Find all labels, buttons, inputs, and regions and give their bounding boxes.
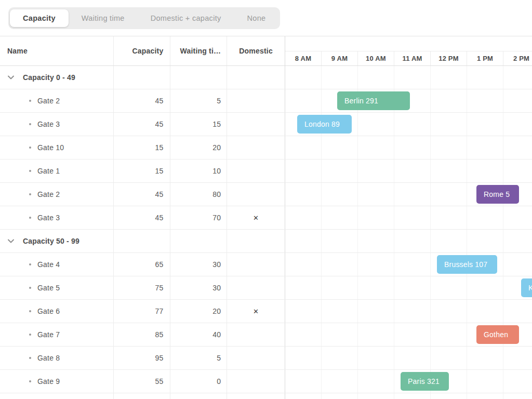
gate-row[interactable]: Gate 2455Berlin 291 (0, 89, 532, 113)
schedule-cell (394, 253, 431, 276)
schedule-row[interactable]: Paris 321 (285, 370, 532, 393)
schedule-row[interactable] (285, 230, 532, 252)
column-header-waiting-time[interactable]: Waiting ti… (170, 36, 227, 65)
schedule-cell (394, 276, 431, 299)
event-bar-k[interactable]: K (521, 278, 532, 297)
schedule-cell (467, 370, 503, 393)
group-row[interactable]: Capacity 0 - 49 (0, 66, 532, 89)
schedule-cell (285, 136, 322, 159)
gate-row[interactable]: Gate 8955 (0, 347, 532, 370)
event-label: Brussels 107 (444, 260, 487, 269)
schedule-cell (503, 89, 532, 112)
schedule-row[interactable] (285, 136, 532, 159)
event-label: London 89 (304, 120, 340, 128)
schedule-row[interactable]: K (285, 276, 532, 299)
gate-row[interactable]: Gate 34515London 89 (0, 113, 532, 136)
time-axis-label-10-am: 10 AM (358, 51, 394, 65)
chevron-down-icon[interactable] (7, 239, 15, 244)
waiting-time-cell (170, 66, 227, 89)
schedule-cell (358, 159, 394, 182)
event-bar-brussels-107[interactable]: Brussels 107 (437, 255, 497, 274)
schedule-row[interactable] (285, 347, 532, 369)
schedule-cell (431, 230, 467, 252)
schedule-row[interactable]: Brussels 107 (285, 253, 532, 276)
capacity-cell (114, 393, 171, 399)
schedule-cell (285, 323, 322, 346)
column-header-name[interactable]: Name (0, 36, 114, 65)
row-left-pane: Gate 34515 (0, 113, 285, 136)
waiting-time-cell: 0 (170, 370, 227, 393)
schedule-row[interactable] (285, 206, 532, 229)
leaf-bullet-icon (29, 310, 31, 312)
schedule-cell (322, 230, 358, 252)
waiting-time-cell: 10 (170, 159, 227, 182)
row-left-pane: Capacity 50 - 99 (0, 230, 285, 252)
event-bar-gothen[interactable]: Gothen (476, 325, 519, 344)
capacity-cell: 45 (114, 206, 171, 229)
schedule-cell (358, 370, 394, 393)
schedule-row[interactable] (285, 300, 532, 323)
schedule-cell (431, 136, 467, 159)
column-header-domestic[interactable]: Domestic (227, 36, 285, 65)
capacity-cell: 95 (114, 347, 171, 369)
gate-row[interactable]: Gate 57530K (0, 276, 532, 300)
gate-name: Gate 2 (37, 97, 60, 105)
group-row[interactable]: Capacity 50 - 99 (0, 230, 532, 253)
waiting-time-cell: 70 (170, 206, 227, 229)
domestic-cell (227, 393, 285, 399)
schedule-cell (285, 66, 322, 89)
gate-name: Gate 5 (37, 284, 60, 292)
row-left-pane (0, 393, 285, 399)
schedule-row[interactable]: Rome 5 (285, 183, 532, 206)
schedule-cell (431, 347, 467, 369)
schedule-cell (322, 393, 358, 399)
gate-row[interactable]: Gate 24580Rome 5 (0, 183, 532, 206)
name-cell: Capacity 50 - 99 (0, 230, 114, 252)
domestic-cell (227, 347, 285, 369)
gate-row[interactable]: Gate 78540Gothen (0, 323, 532, 347)
schedule-row[interactable]: London 89 (285, 113, 532, 136)
event-bar-paris-321[interactable]: Paris 321 (401, 372, 449, 391)
schedule-cell (467, 89, 503, 112)
gate-row[interactable]: Gate 67720✕ (0, 300, 532, 323)
schedule-cell (285, 230, 322, 252)
view-mode-none[interactable]: None (234, 9, 279, 27)
schedule-row[interactable] (285, 159, 532, 182)
schedule-row[interactable]: Berlin 291 (285, 89, 532, 112)
view-mode-group: CapacityWaiting timeDomestic + capacityN… (8, 7, 280, 29)
view-toolbar: CapacityWaiting timeDomestic + capacityN… (0, 0, 532, 36)
schedule-cell (322, 183, 358, 206)
view-mode-capacity[interactable]: Capacity (10, 9, 69, 27)
view-mode-waiting-time[interactable]: Waiting time (69, 9, 138, 27)
group-title: Capacity 50 - 99 (23, 237, 79, 245)
name-cell: Gate 9 (0, 370, 114, 393)
schedule-row[interactable]: Gothen (285, 323, 532, 346)
schedule-cell (503, 393, 532, 399)
schedule-cell (285, 253, 322, 276)
schedule-cell (285, 276, 322, 299)
gate-row[interactable]: Gate 101520 (0, 136, 532, 159)
schedule-row[interactable] (285, 393, 532, 399)
schedule-cell (431, 183, 467, 206)
event-bar-rome-5[interactable]: Rome 5 (476, 185, 519, 204)
grid-body: Capacity 0 - 49Gate 2455Berlin 291Gate 3… (0, 66, 532, 399)
column-header-capacity[interactable]: Capacity (114, 36, 171, 65)
gate-row[interactable]: Gate 34570✕ (0, 206, 532, 230)
gate-row[interactable]: Gate 11510 (0, 159, 532, 183)
time-axis-label-9-am: 9 AM (322, 51, 358, 65)
leaf-bullet-icon (29, 170, 31, 172)
chevron-down-icon[interactable] (7, 75, 15, 80)
gate-row[interactable]: Gate 46530Brussels 107 (0, 253, 532, 276)
view-mode-domestic-capacity[interactable]: Domestic + capacity (138, 9, 234, 27)
name-cell: Gate 2 (0, 89, 114, 112)
waiting-time-cell: 30 (170, 253, 227, 276)
domestic-cell (227, 276, 285, 299)
grid-header: Name Capacity Waiting ti… Domestic 8 AM9… (0, 36, 532, 66)
gate-row[interactable]: Gate 9550Paris 321 (0, 370, 532, 393)
schedule-row[interactable] (285, 66, 532, 89)
schedule-cell (394, 136, 431, 159)
name-cell: Gate 4 (0, 253, 114, 276)
event-bar-london-89[interactable]: London 89 (297, 115, 352, 134)
event-bar-berlin-291[interactable]: Berlin 291 (337, 91, 410, 110)
schedule-cell (322, 66, 358, 89)
